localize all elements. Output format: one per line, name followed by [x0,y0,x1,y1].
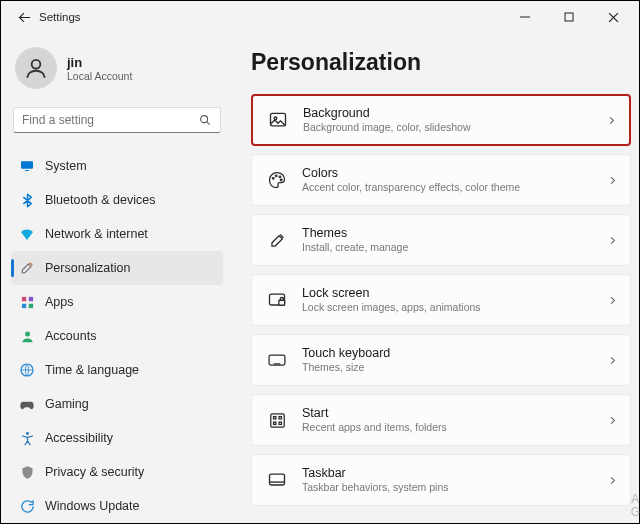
settings-item-lockscreen[interactable]: Lock screenLock screen images, apps, ani… [251,274,631,326]
settings-item-themes[interactable]: ThemesInstall, create, manage [251,214,631,266]
row-subtitle: Taskbar behaviors, system pins [302,481,607,494]
close-button[interactable] [591,1,635,33]
avatar [15,47,57,89]
themes-icon [266,229,288,251]
sidebar-item-label: Network & internet [45,227,148,241]
search-box[interactable] [13,107,221,133]
svg-point-16 [279,176,281,178]
system-icon [19,158,35,174]
touchkeyboard-icon [266,349,288,371]
chevron-right-icon [607,175,618,186]
sidebar-item-label: Windows Update [45,499,140,513]
svg-rect-23 [279,416,281,418]
minimize-button[interactable] [503,1,547,33]
sidebar-item-label: Bluetooth & devices [45,193,156,207]
accessibility-icon [19,430,35,446]
chevron-right-icon [607,355,618,366]
sidebar-item-label: Gaming [45,397,89,411]
row-title: Start [302,406,607,422]
row-subtitle: Recent apps and items, folders [302,421,607,434]
row-subtitle: Background image, color, slideshow [303,121,606,134]
sidebar-item-gaming[interactable]: Gaming [11,387,223,421]
row-title: Background [303,106,606,122]
row-title: Themes [302,226,607,242]
sidebar-item-update[interactable]: Windows Update [11,489,223,523]
bluetooth-icon [19,192,35,208]
sidebar-item-label: Accessibility [45,431,113,445]
sidebar-item-label: Time & language [45,363,139,377]
chevron-right-icon [607,415,618,426]
network-icon [19,226,35,242]
sidebar-item-network[interactable]: Network & internet [11,217,223,251]
sidebar-item-label: Apps [45,295,74,309]
svg-point-11 [26,432,29,435]
back-button[interactable] [15,10,33,25]
chevron-right-icon [607,235,618,246]
chevron-right-icon [606,115,617,126]
background-icon [267,109,289,131]
svg-rect-26 [270,474,285,485]
window-title: Settings [39,11,81,23]
svg-point-17 [280,179,282,181]
settings-item-touchkeyboard[interactable]: Touch keyboardThemes, size [251,334,631,386]
accounts-icon [19,328,35,344]
chevron-right-icon [607,295,618,306]
sidebar-item-accounts[interactable]: Accounts [11,319,223,353]
user-subtitle: Local Account [67,70,132,82]
svg-rect-6 [28,296,32,300]
svg-rect-25 [279,422,281,424]
svg-rect-4 [25,170,29,171]
update-icon [19,498,35,514]
row-subtitle: Themes, size [302,361,607,374]
svg-point-1 [32,60,41,69]
sidebar-item-bluetooth[interactable]: Bluetooth & devices [11,183,223,217]
settings-item-taskbar[interactable]: TaskbarTaskbar behaviors, system pins [251,454,631,506]
sidebar-item-time[interactable]: Time & language [11,353,223,387]
sidebar: jin Local Account SystemBluetooth & devi… [1,33,233,523]
taskbar-icon [266,469,288,491]
svg-rect-3 [21,161,33,168]
sidebar-item-apps[interactable]: Apps [11,285,223,319]
settings-item-colors[interactable]: ColorsAccent color, transparency effects… [251,154,631,206]
svg-point-15 [275,175,277,177]
user-name: jin [67,55,132,70]
content-pane: Personalization BackgroundBackground ima… [233,33,639,523]
svg-rect-19 [279,300,285,305]
svg-rect-5 [21,296,25,300]
privacy-icon [19,464,35,480]
svg-rect-7 [21,303,25,307]
sidebar-item-label: Privacy & security [45,465,144,479]
svg-point-14 [272,178,274,180]
sidebar-item-accessibility[interactable]: Accessibility [11,421,223,455]
sidebar-item-label: System [45,159,87,173]
svg-rect-21 [270,413,283,426]
sidebar-item-personalization[interactable]: Personalization [11,251,223,285]
gaming-icon [19,396,35,412]
svg-point-9 [25,331,30,336]
sidebar-item-label: Accounts [45,329,96,343]
sidebar-item-system[interactable]: System [11,149,223,183]
settings-item-start[interactable]: StartRecent apps and items, folders [251,394,631,446]
row-title: Taskbar [302,466,607,482]
svg-rect-22 [273,416,275,418]
colors-icon [266,169,288,191]
row-subtitle: Lock screen images, apps, animations [302,301,607,314]
maximize-button[interactable] [547,1,591,33]
chevron-right-icon [607,475,618,486]
page-title: Personalization [251,49,631,76]
svg-point-2 [201,116,208,123]
row-title: Colors [302,166,607,182]
svg-rect-24 [273,422,275,424]
settings-item-background[interactable]: BackgroundBackground image, color, slide… [251,94,631,146]
apps-icon [19,294,35,310]
user-row[interactable]: jin Local Account [11,43,223,103]
sidebar-item-privacy[interactable]: Privacy & security [11,455,223,489]
lockscreen-icon [266,289,288,311]
row-title: Lock screen [302,286,607,302]
row-subtitle: Install, create, manage [302,241,607,254]
time-icon [19,362,35,378]
titlebar: Settings [1,1,639,33]
start-icon [266,409,288,431]
search-input[interactable] [22,113,198,127]
sidebar-item-label: Personalization [45,261,130,275]
